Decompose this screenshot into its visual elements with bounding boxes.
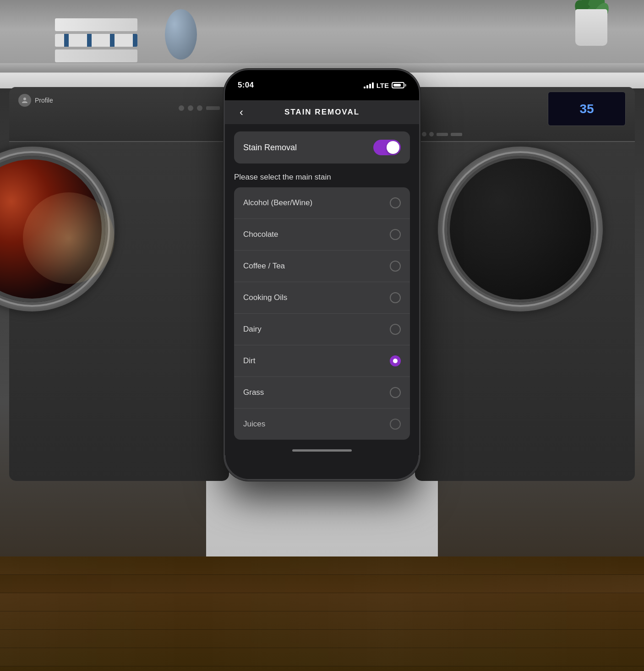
ctrl-dot: [422, 132, 426, 136]
signal-bar-3: [369, 84, 371, 88]
signal-bars: [364, 82, 374, 88]
stain-name-dirt: Dirt: [243, 356, 255, 366]
stain-list: Alcohol (Beer/Wine) Chocolate Coffee / T…: [234, 187, 410, 440]
home-indicator: [292, 449, 352, 452]
phone-mockup: 5:04 LTE: [224, 69, 420, 481]
radio-chocolate[interactable]: [390, 229, 401, 240]
ctrl-bar: [451, 133, 462, 136]
radio-alcohol[interactable]: [390, 197, 401, 208]
washer-left-door: [0, 147, 115, 311]
phone-bottom-bar: [225, 440, 419, 455]
right-washer-controls: [422, 132, 462, 136]
washer-right: 35: [415, 87, 635, 481]
stain-name-chocolate: Chocolate: [243, 230, 278, 239]
phone-body: 5:04 LTE: [224, 69, 420, 481]
ctrl-dot: [429, 132, 434, 136]
stain-removal-toggle[interactable]: [373, 140, 401, 155]
floor-plank-6: [0, 648, 644, 666]
stain-name-alcohol: Alcohol (Beer/Wine): [243, 198, 312, 207]
shelf: [0, 0, 644, 73]
control-rect-1: [206, 106, 220, 110]
dynamic-island-area: [225, 94, 419, 100]
signal-bar-4: [372, 82, 374, 88]
svg-point-5: [23, 98, 26, 100]
phone-screen: ‹ STAIN REMOVAL Stain Removal Please sel…: [225, 100, 419, 440]
stain-item-alcohol[interactable]: Alcohol (Beer/Wine): [234, 187, 410, 219]
toggle-knob: [387, 141, 399, 154]
floor-plank-1: [0, 556, 644, 575]
stain-item-cooking-oils[interactable]: Cooking Oils: [234, 282, 410, 314]
stain-name-cooking-oils: Cooking Oils: [243, 293, 287, 302]
status-icons-group: LTE: [364, 82, 406, 89]
radio-dirt[interactable]: [390, 355, 401, 366]
battery-tip: [405, 84, 406, 87]
radio-cooking-oils[interactable]: [390, 292, 401, 303]
towel-2: [55, 34, 137, 47]
towel-1: [55, 18, 137, 31]
control-dot-2: [188, 105, 193, 111]
washer-display-screen: 35: [548, 92, 626, 126]
battery-icon: [392, 82, 406, 88]
stain-item-grass[interactable]: Grass: [234, 377, 410, 409]
battery-fill: [393, 84, 401, 87]
stain-item-dairy[interactable]: Dairy: [234, 314, 410, 345]
page-title: STAIN REMOVAL: [284, 108, 360, 117]
profile-icon: [18, 94, 31, 107]
app-header: ‹ STAIN REMOVAL: [225, 100, 419, 124]
profile-badge: Profile: [18, 94, 53, 107]
plant: [571, 0, 612, 46]
shelf-vase: [165, 9, 197, 60]
radio-coffee-tea[interactable]: [390, 261, 401, 272]
toggle-label: Stain Removal: [243, 143, 297, 153]
section-label: Please select the main stain: [225, 171, 419, 187]
signal-bar-2: [366, 85, 368, 88]
signal-bar-1: [364, 87, 366, 88]
dynamic-island-pill: [295, 84, 349, 100]
radio-juices[interactable]: [390, 419, 401, 430]
stain-removal-toggle-row[interactable]: Stain Removal: [234, 131, 410, 164]
floor-plank-3: [0, 593, 644, 611]
right-chrome-ring: [442, 151, 598, 307]
floor-plank-4: [0, 611, 644, 630]
profile-label: Profile: [35, 97, 53, 104]
washer-left: Profile: [9, 87, 229, 481]
floor-plank-2: [0, 575, 644, 593]
floor: [0, 556, 644, 671]
radio-dairy[interactable]: [390, 324, 401, 335]
stain-item-dirt[interactable]: Dirt: [234, 345, 410, 377]
washer-right-door: [438, 147, 603, 311]
floor-plank-5: [0, 630, 644, 648]
battery-body: [392, 82, 404, 88]
lte-label: LTE: [377, 82, 389, 89]
control-dot-1: [179, 105, 184, 111]
plant-pot: [575, 9, 607, 46]
stain-item-juices[interactable]: Juices: [234, 409, 410, 440]
stain-name-coffee-tea: Coffee / Tea: [243, 262, 285, 271]
back-button[interactable]: ‹: [236, 104, 247, 120]
towel-3: [55, 49, 137, 62]
control-dot-3: [197, 105, 202, 111]
stain-name-juices: Juices: [243, 420, 265, 429]
chrome-ring: [0, 151, 110, 307]
washer-right-top-panel: 35: [415, 87, 635, 142]
washer-controls: [179, 105, 220, 111]
stain-item-chocolate[interactable]: Chocolate: [234, 219, 410, 251]
ctrl-bar: [437, 133, 448, 136]
stain-item-coffee-tea[interactable]: Coffee / Tea: [234, 251, 410, 282]
washer-left-top-panel: Profile: [9, 87, 229, 142]
towels-group: [55, 18, 137, 62]
stain-name-dairy: Dairy: [243, 325, 262, 334]
radio-grass[interactable]: [390, 387, 401, 398]
stain-name-grass: Grass: [243, 388, 264, 397]
status-time: 5:04: [238, 81, 254, 90]
